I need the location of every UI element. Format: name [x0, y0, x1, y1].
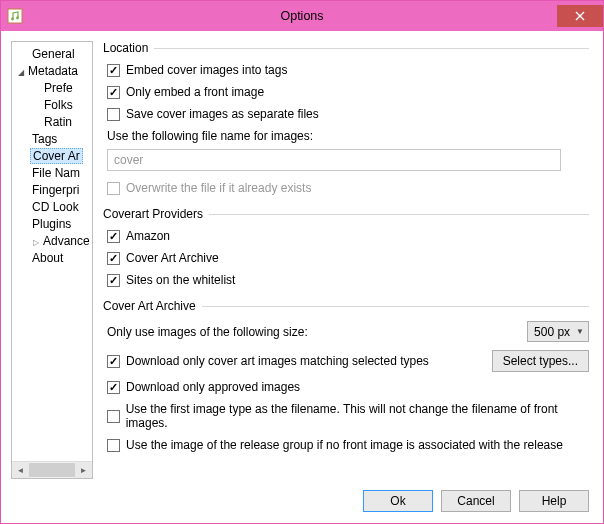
check-icon	[107, 86, 120, 99]
tree-item[interactable]: Plugins	[12, 216, 92, 233]
tree-item[interactable]: About	[12, 250, 92, 267]
size-label: Only use images of the following size:	[107, 325, 308, 339]
group-location: Location Embed cover images into tags On…	[103, 41, 589, 195]
tree-item-label: Folks	[42, 98, 75, 112]
check-icon	[107, 381, 120, 394]
tree-item-label: Cover Ar	[30, 148, 83, 164]
group-providers: Coverart Providers Amazon Cover Art Arch…	[103, 207, 589, 287]
tree-item-label: CD Look	[30, 200, 81, 214]
check-icon	[107, 108, 120, 121]
checkbox-whitelist[interactable]: Sites on the whitelist	[107, 273, 589, 287]
tree-item-label: Metadata	[26, 64, 80, 78]
group-title-providers: Coverart Providers	[103, 207, 209, 221]
tree-item[interactable]: Fingerpri	[12, 182, 92, 199]
tree-item[interactable]: Tags	[12, 131, 92, 148]
tree-item-label: General	[30, 47, 77, 61]
tree-item[interactable]: Ratin	[12, 114, 92, 131]
tree-item[interactable]: CD Look	[12, 199, 92, 216]
options-window: Options GeneralMetadataPrefeFolksRatinTa…	[0, 0, 604, 524]
checkbox-label: Sites on the whitelist	[126, 273, 235, 287]
titlebar: Options	[1, 1, 603, 31]
scroll-left-icon[interactable]: ◄	[12, 462, 29, 478]
nav-tree[interactable]: GeneralMetadataPrefeFolksRatinTagsCover …	[12, 45, 92, 461]
scroll-thumb[interactable]	[29, 463, 75, 477]
svg-rect-0	[8, 9, 22, 23]
check-icon	[107, 355, 120, 368]
check-icon	[107, 64, 120, 77]
content-panel: Location Embed cover images into tags On…	[103, 41, 593, 479]
checkbox-label: Embed cover images into tags	[126, 63, 287, 77]
checkbox-label: Cover Art Archive	[126, 251, 219, 265]
tree-item[interactable]: Prefe	[12, 80, 92, 97]
checkbox-download-types[interactable]: Download only cover art images matching …	[107, 354, 429, 368]
checkbox-first-type-filename[interactable]: Use the first image type as the filename…	[107, 402, 589, 430]
ok-button[interactable]: Ok	[363, 490, 433, 512]
size-select[interactable]: 500 px ▼	[527, 321, 589, 342]
expander-icon[interactable]	[15, 63, 26, 81]
row-download-types: Download only cover art images matching …	[107, 350, 589, 372]
check-icon	[107, 252, 120, 265]
checkbox-label: Amazon	[126, 229, 170, 243]
checkbox-embed[interactable]: Embed cover images into tags	[107, 63, 589, 77]
checkbox-save-separate[interactable]: Save cover images as separate files	[107, 107, 589, 121]
group-title-archive: Cover Art Archive	[103, 299, 202, 313]
checkbox-label: Download only approved images	[126, 380, 300, 394]
app-icon	[1, 1, 29, 31]
check-icon	[107, 274, 120, 287]
check-icon	[107, 230, 120, 243]
filename-label: Use the following file name for images:	[107, 129, 589, 143]
group-archive: Cover Art Archive Only use images of the…	[103, 299, 589, 452]
group-header-location: Location	[103, 41, 589, 55]
cancel-button[interactable]: Cancel	[441, 490, 511, 512]
tree-item[interactable]: Advance	[12, 233, 92, 250]
tree-item-label: Tags	[30, 132, 59, 146]
chevron-down-icon: ▼	[576, 327, 584, 336]
select-types-button[interactable]: Select types...	[492, 350, 589, 372]
tree-item-label: About	[30, 251, 65, 265]
nav-tree-panel: GeneralMetadataPrefeFolksRatinTagsCover …	[11, 41, 93, 479]
group-header-providers: Coverart Providers	[103, 207, 589, 221]
checkbox-label: Download only cover art images matching …	[126, 354, 429, 368]
check-icon	[107, 182, 120, 195]
check-icon	[107, 410, 120, 423]
group-header-archive: Cover Art Archive	[103, 299, 589, 313]
help-button[interactable]: Help	[519, 490, 589, 512]
tree-hscrollbar[interactable]: ◄ ►	[12, 461, 92, 478]
filename-input	[107, 149, 561, 171]
svg-point-1	[11, 18, 14, 21]
tree-item-label: File Nam	[30, 166, 82, 180]
dialog-footer: Ok Cancel Help	[1, 479, 603, 523]
tree-item-label: Prefe	[42, 81, 75, 95]
scroll-track[interactable]	[29, 462, 75, 478]
watermark: APPNEE.COM	[11, 348, 16, 456]
check-icon	[107, 439, 120, 452]
tree-item-label: Advance	[41, 234, 92, 248]
window-title: Options	[1, 9, 603, 23]
checkbox-cover-art-archive[interactable]: Cover Art Archive	[107, 251, 589, 265]
checkbox-label: Use the image of the release group if no…	[126, 438, 563, 452]
close-button[interactable]	[557, 5, 603, 27]
checkbox-amazon[interactable]: Amazon	[107, 229, 589, 243]
checkbox-label: Overwrite the file if it already exists	[126, 181, 311, 195]
tree-item[interactable]: Cover Ar	[12, 148, 92, 165]
tree-item-label: Fingerpri	[30, 183, 81, 197]
checkbox-release-group[interactable]: Use the image of the release group if no…	[107, 438, 589, 452]
size-value: 500 px	[534, 325, 570, 339]
tree-item-label: Ratin	[42, 115, 74, 129]
checkbox-label: Use the first image type as the filename…	[126, 402, 589, 430]
tree-item[interactable]: File Nam	[12, 165, 92, 182]
checkbox-overwrite: Overwrite the file if it already exists	[107, 181, 589, 195]
tree-item-label: Plugins	[30, 217, 73, 231]
checkbox-label: Only embed a front image	[126, 85, 264, 99]
tree-item[interactable]: Folks	[12, 97, 92, 114]
expander-icon[interactable]	[30, 233, 41, 251]
checkbox-front-only[interactable]: Only embed a front image	[107, 85, 589, 99]
row-size: Only use images of the following size: 5…	[107, 321, 589, 342]
dialog-body: GeneralMetadataPrefeFolksRatinTagsCover …	[1, 31, 603, 479]
checkbox-label: Save cover images as separate files	[126, 107, 319, 121]
svg-point-2	[16, 17, 19, 20]
tree-item[interactable]: Metadata	[12, 63, 92, 80]
tree-item[interactable]: General	[12, 46, 92, 63]
scroll-right-icon[interactable]: ►	[75, 462, 92, 478]
checkbox-download-approved[interactable]: Download only approved images	[107, 380, 589, 394]
